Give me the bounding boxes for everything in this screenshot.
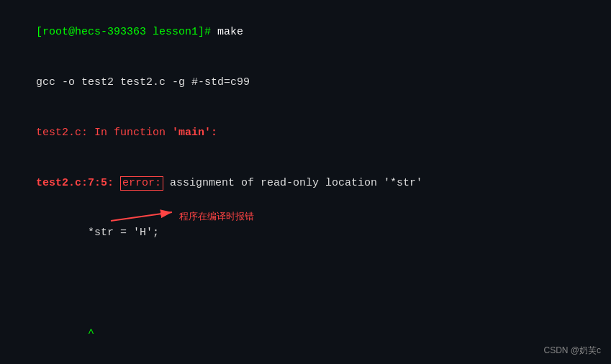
line5-str: *str = 'H';: [36, 227, 159, 239]
error-box: error:: [120, 176, 163, 191]
line3-pre: test2.c: In function: [36, 127, 172, 139]
line-2: gcc -o test2 test2.c -g #-std=c99: [10, 58, 601, 108]
watermark: CSDN @奶芙c: [543, 345, 601, 357]
prompt-1: [root@hecs-393363 lesson1]#: [36, 26, 217, 38]
gcc-cmd: gcc -o test2 test2.c -g #-std=c99: [36, 76, 250, 88]
line-5: *str = 'H'; 程序在编译时报错: [10, 208, 601, 309]
line-6: ^: [10, 309, 601, 359]
line4-post: assignment of read-only location '*str': [163, 177, 422, 189]
cmd-1: make: [217, 26, 243, 38]
terminal-window: [root@hecs-393363 lesson1]# make gcc -o …: [0, 0, 611, 364]
line-4: test2.c:7:5: error: assignment of read-o…: [10, 158, 601, 208]
svg-line-1: [111, 212, 172, 221]
arrow-1: [104, 206, 190, 228]
annotation-1: 程序在编译时报错: [179, 209, 254, 224]
line4-pre: test2.c:7:5:: [36, 177, 120, 189]
line-1: [root@hecs-393363 lesson1]# make: [10, 7, 601, 58]
caret: ^: [36, 327, 94, 340]
line3-func: 'main':: [172, 127, 217, 139]
line-3: test2.c: In function 'main':: [10, 108, 601, 158]
